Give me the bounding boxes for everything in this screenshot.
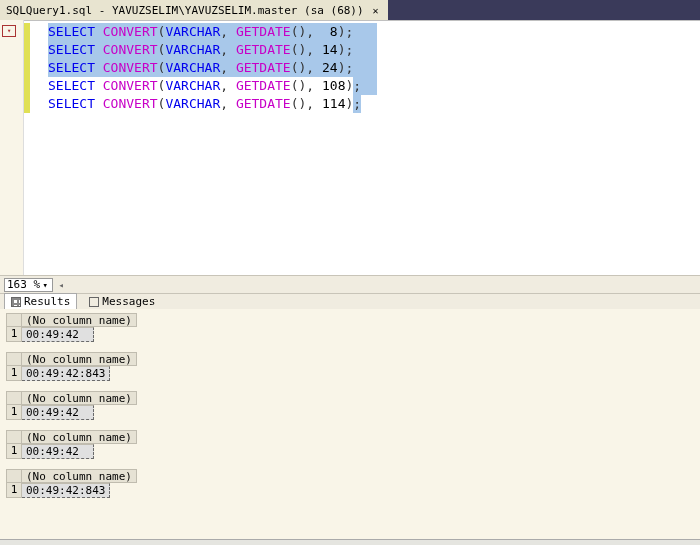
grid-corner[interactable] (6, 430, 22, 444)
editor-margin-icons: ▾ (0, 20, 24, 275)
cell-value[interactable]: 00:49:42 (22, 405, 94, 420)
row-number: 1 (6, 405, 22, 420)
tab-messages[interactable]: Messages (83, 294, 161, 309)
result-grid: (No column name) 100:49:42 (6, 430, 694, 459)
row-number: 1 (6, 366, 22, 381)
tab-messages-label: Messages (102, 295, 155, 308)
column-header[interactable]: (No column name) (22, 313, 137, 327)
column-header[interactable]: (No column name) (22, 469, 137, 483)
messages-icon (89, 297, 99, 307)
tab-results[interactable]: Results (4, 293, 77, 309)
row-number: 1 (6, 444, 22, 459)
table-row[interactable]: 100:49:42:843 (6, 483, 694, 498)
table-row[interactable]: 100:49:42 (6, 444, 694, 459)
grid-icon (11, 297, 21, 307)
grid-corner[interactable] (6, 313, 22, 327)
nav-back-icon[interactable]: ◂ (55, 280, 67, 290)
column-header[interactable]: (No column name) (22, 391, 137, 405)
result-grid: (No column name) 100:49:42 (6, 391, 694, 420)
grid-corner[interactable] (6, 469, 22, 483)
close-icon[interactable]: ✕ (370, 4, 382, 16)
table-row[interactable]: 100:49:42 (6, 327, 694, 342)
cell-value[interactable]: 00:49:42:843 (22, 366, 110, 381)
column-header[interactable]: (No column name) (22, 430, 137, 444)
zoom-value: 163 % (7, 278, 40, 291)
code-editor[interactable]: SELECT CONVERT(VARCHAR, GETDATE(), 8); S… (24, 20, 700, 275)
table-row[interactable]: 100:49:42 (6, 405, 694, 420)
zoom-bar: 163 % ▾ ◂ (0, 275, 700, 293)
file-tab[interactable]: SQLQuery1.sql - YAVUZSELIM\YAVUZSELIM.ma… (0, 0, 388, 20)
grid-corner[interactable] (6, 391, 22, 405)
zoom-dropdown[interactable]: 163 % ▾ (4, 278, 53, 292)
column-header[interactable]: (No column name) (22, 352, 137, 366)
result-panel-tabs: Results Messages (0, 293, 700, 309)
file-tab-title: SQLQuery1.sql - YAVUZSELIM\YAVUZSELIM.ma… (6, 4, 364, 17)
change-gutter (24, 23, 30, 41)
editor-pane: ▾ SELECT CONVERT(VARCHAR, GETDATE(), 8);… (0, 20, 700, 275)
cell-value[interactable]: 00:49:42 (22, 327, 94, 342)
statement-selector-icon[interactable]: ▾ (2, 25, 16, 37)
status-bar (0, 539, 700, 545)
result-grid: (No column name) 100:49:42:843 (6, 352, 694, 381)
grid-corner[interactable] (6, 352, 22, 366)
result-grid: (No column name) 100:49:42 (6, 313, 694, 342)
table-row[interactable]: 100:49:42:843 (6, 366, 694, 381)
tab-results-label: Results (24, 295, 70, 308)
row-number: 1 (6, 483, 22, 498)
row-number: 1 (6, 327, 22, 342)
tab-bar: SQLQuery1.sql - YAVUZSELIM\YAVUZSELIM.ma… (0, 0, 700, 20)
result-grid: (No column name) 100:49:42:843 (6, 469, 694, 498)
cell-value[interactable]: 00:49:42 (22, 444, 94, 459)
chevron-down-icon: ▾ (40, 280, 50, 290)
cell-value[interactable]: 00:49:42:843 (22, 483, 110, 498)
results-pane[interactable]: (No column name) 100:49:42 (No column na… (0, 309, 700, 539)
